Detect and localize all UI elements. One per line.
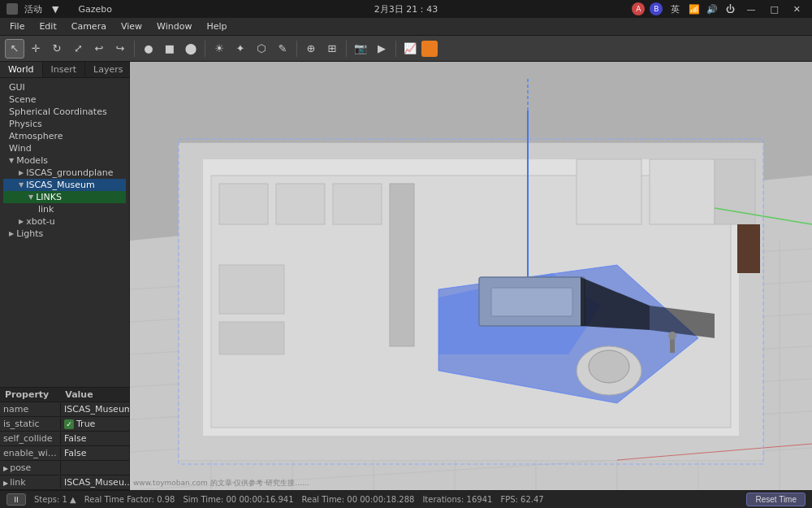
svg-rect-30 [577, 159, 641, 224]
lang-indicator[interactable]: 英 [667, 3, 683, 15]
tree-item-label: Wind [9, 143, 32, 154]
tree-item[interactable]: ▶ISCAS_groundplane [3, 167, 126, 179]
toolbar-btn-active-mode[interactable] [421, 41, 438, 57]
tree-item[interactable]: link [3, 203, 126, 215]
titlebar-left: 活动 ▼ Gazebo [6, 3, 112, 15]
property-rows: nameISCAS_Museum...is_static✓Trueself_co… [0, 402, 129, 490]
viewport-3d: www.toymoban.com 的文章·仅供参考·研究生接...... [130, 62, 812, 490]
left-tab-layers[interactable]: Layers [85, 62, 132, 77]
svg-rect-47 [390, 184, 414, 346]
toolbar-btn-align[interactable]: ⊞ [322, 39, 342, 59]
tree-item-label: GUI [9, 82, 25, 93]
tree-item[interactable]: GUI [3, 81, 126, 93]
tree-item-label: Models [16, 155, 48, 166]
tree-item[interactable]: Scene [3, 93, 126, 106]
menu-item-help[interactable]: Help [200, 20, 233, 33]
sound-icon: 🔊 [706, 2, 719, 15]
tree-item[interactable]: Atmosphere [3, 130, 126, 142]
prop-value: ISCAS_Museum... [61, 403, 129, 415]
toolbar-btn-select[interactable]: ↖ [5, 39, 24, 59]
svg-rect-32 [715, 159, 755, 224]
prop-value: ✓True [61, 418, 129, 430]
tree-item-label: ISCAS_groundplane [26, 167, 113, 178]
tree-item-label: Lights [16, 228, 43, 239]
toolbar-btn-redo[interactable]: ↪ [110, 39, 130, 59]
prop-value: False [61, 432, 129, 445]
menu-item-window[interactable]: Window [150, 20, 198, 33]
window-title-app: ▼ [52, 4, 58, 15]
tree-item[interactable]: Spherical Coordinates [3, 106, 126, 118]
statusbar: ⏸ Steps: 1 ▲ Real Time Factor: 0.98 Sim … [0, 490, 812, 508]
svg-point-44 [668, 332, 676, 340]
property-row-pose[interactable]: ▶pose [0, 461, 129, 475]
tree-item[interactable]: ▼Models [3, 154, 126, 167]
svg-rect-19 [179, 143, 763, 159]
toolbar-btn-sphere[interactable]: ● [139, 39, 158, 59]
maximize-btn[interactable]: □ [765, 4, 783, 15]
toolbar-btn-undo[interactable]: ↩ [89, 39, 109, 59]
toolbar-btn-sun[interactable]: ☀ [209, 39, 229, 59]
close-btn[interactable]: ✕ [788, 4, 806, 15]
menu-item-edit[interactable]: Edit [32, 20, 63, 33]
titlebar: 活动 ▼ Gazebo 2月3日 21：43 A B 英 📶 🔊 ⏻ — □ ✕ [0, 0, 812, 18]
menu-item-camera[interactable]: Camera [65, 20, 113, 33]
reset-time-button[interactable]: Reset Time [746, 493, 806, 506]
app-name: 活动 [24, 3, 42, 15]
minimize-btn[interactable]: — [741, 4, 760, 15]
menu-item-file[interactable]: File [3, 20, 31, 33]
rtf-display: Real Time Factor: 0.98 [84, 495, 175, 504]
prop-name: ▶pose [0, 462, 61, 474]
user-avatar: A [632, 2, 645, 15]
power-icon: ⏻ [723, 2, 736, 15]
property-panel: Property Value nameISCAS_Museum...is_sta… [0, 387, 129, 490]
prop-name: enable_wind [0, 447, 61, 459]
toolbar-separator [395, 41, 396, 57]
tree-item[interactable]: Physics [3, 118, 126, 130]
toolbar-btn-rotate[interactable]: ↻ [47, 39, 67, 59]
prop-name: ▶link [0, 476, 61, 488]
watermark: www.toymoban.com 的文章·仅供参考·研究生接...... [133, 478, 309, 488]
property-row-link[interactable]: ▶linkISCAS_Museu... [0, 475, 129, 490]
property-row-is_static: is_static✓True [0, 417, 129, 432]
toolbar-btn-plot[interactable]: 📈 [400, 39, 420, 59]
tree-item-label: link [38, 204, 54, 215]
toolbar-btn-point-light[interactable]: ✦ [231, 39, 250, 59]
tree-item[interactable]: Wind [3, 142, 126, 154]
property-row-enable_wind: enable_windFalse [0, 446, 129, 461]
toolbar-btn-record[interactable]: ▶ [372, 39, 391, 59]
toolbar-separator [296, 41, 297, 57]
prop-value: False [61, 447, 129, 459]
tree-item-label: xbot-u [26, 216, 54, 227]
toolbar-btn-scale[interactable]: ⤢ [68, 39, 88, 59]
toolbar-separator [205, 41, 205, 57]
scene-svg [130, 62, 812, 490]
toolbar-btn-translate[interactable]: ✛ [26, 39, 45, 59]
menu-item-view[interactable]: View [114, 20, 149, 33]
toolbar-btn-draw[interactable]: ✎ [273, 39, 292, 59]
toolbar-btn-screenshot[interactable]: 📷 [351, 39, 370, 59]
toolbar-btn-spot-light[interactable]: ⬡ [252, 39, 271, 59]
iterations-display: Iterations: 16941 [422, 495, 492, 504]
steps-label: Steps: 1 ▲ [34, 495, 76, 504]
property-row-name: nameISCAS_Museum... [0, 402, 129, 417]
left-tab-insert[interactable]: Insert [43, 62, 86, 77]
app-icon [6, 3, 18, 15]
tree-item[interactable]: ▼LINKS [3, 191, 126, 203]
left-tab-world[interactable]: World [0, 62, 43, 77]
left-panel-tabs: WorldInsertLayers [0, 62, 129, 78]
toolbar-btn-cylinder[interactable]: ⬤ [181, 39, 201, 59]
tree-item[interactable]: ▶Lights [3, 228, 126, 240]
main-area: WorldInsertLayers GUISceneSpherical Coor… [0, 62, 812, 490]
titlebar-right: A B 英 📶 🔊 ⏻ — □ ✕ [632, 2, 806, 15]
toolbar-btn-magnet[interactable]: ⊕ [301, 39, 321, 59]
prop-name: name [0, 403, 61, 415]
tree-item[interactable]: ▶xbot-u [3, 215, 126, 228]
real-time-display: Real Time: 00 00:00:18.288 [302, 495, 415, 504]
pause-button[interactable]: ⏸ [6, 493, 26, 506]
toolbar-btn-box[interactable]: ■ [160, 39, 179, 59]
tree-item-label: Physics [9, 119, 42, 129]
fps-display: FPS: 62.47 [500, 495, 543, 504]
svg-point-35 [589, 350, 629, 383]
tree-item[interactable]: ▼ISCAS_Museum [3, 179, 126, 191]
svg-rect-45 [219, 265, 284, 314]
